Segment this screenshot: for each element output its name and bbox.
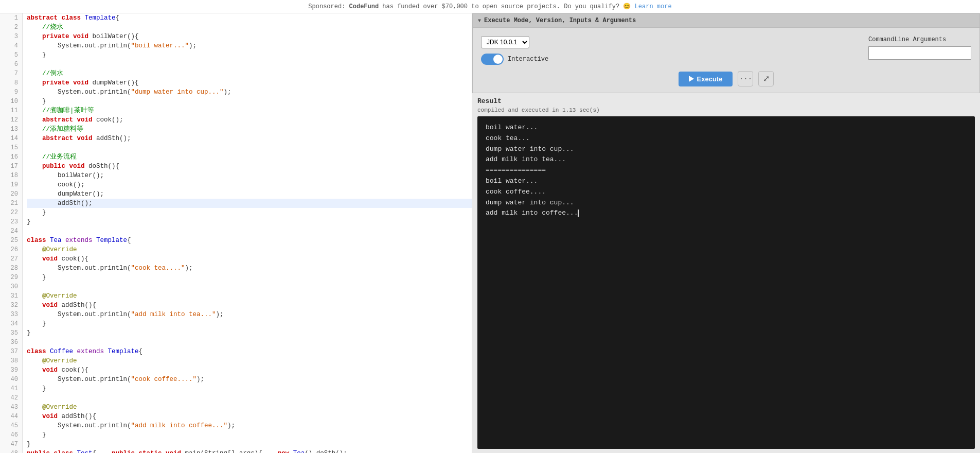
line-number: 29 (0, 273, 22, 282)
code-line: class Tea extends Template{ (27, 236, 472, 245)
exec-right: CommandLine Arguments (868, 34, 971, 60)
code-line: cook(); (27, 180, 472, 189)
line-number: 37 (0, 347, 22, 356)
jdk-select[interactable]: JDK 10.0.1 (481, 36, 529, 48)
code-line: } (27, 440, 472, 449)
code-line: //烧水 (27, 23, 472, 32)
line-number: 21 (0, 199, 22, 208)
line-number: 25 (0, 236, 22, 245)
line-number: 38 (0, 356, 22, 365)
code-line: System.out.println("dump water into cup.… (27, 88, 472, 97)
code-line: } (27, 208, 472, 217)
line-number: 12 (0, 115, 22, 125)
code-line: } (27, 328, 472, 338)
code-line: public class Test{ public static void ma… (27, 449, 472, 453)
line-number: 42 (0, 393, 22, 403)
code-line: public void doSth(){ (27, 162, 472, 171)
code-line: System.out.println("add milk into coffee… (27, 421, 472, 430)
code-line: System.out.println("cook coffee...."); (27, 375, 472, 384)
interactive-label: Interactive (508, 56, 548, 63)
exec-top-row: JDK 10.0.1 Interactive CommandLine Argum… (481, 34, 971, 65)
collapse-arrow-icon: ▼ (478, 18, 481, 24)
code-line: //业务流程 (27, 152, 472, 162)
interactive-toggle-container[interactable]: Interactive (481, 54, 548, 65)
interactive-toggle[interactable] (481, 54, 504, 65)
line-number: 31 (0, 291, 22, 301)
line-number: 33 (0, 310, 22, 319)
code-line: abstract void cook(); (27, 115, 472, 125)
line-number: 18 (0, 171, 22, 180)
code-line: @Override (27, 291, 472, 301)
more-options-button[interactable]: ··· (738, 71, 753, 86)
execute-header[interactable]: ▼ Execute Mode, Version, Inputs & Argume… (473, 14, 979, 28)
line-number: 47 (0, 440, 22, 449)
code-line: void addSth(){ (27, 301, 472, 310)
output-line: cook tea... (486, 133, 967, 144)
code-line: System.out.println("cook tea...."); (27, 264, 472, 273)
line-number: 17 (0, 162, 22, 171)
line-number: 28 (0, 264, 22, 273)
line-number: 3 (0, 32, 22, 41)
code-line (27, 226, 472, 236)
code-line (27, 282, 472, 291)
line-number: 41 (0, 384, 22, 393)
learn-more-link[interactable]: Learn more (635, 3, 672, 10)
code-line: class Coffee extends Template{ (27, 347, 472, 356)
exec-left: JDK 10.0.1 Interactive (481, 34, 548, 65)
result-label: Result (477, 97, 975, 105)
line-number: 27 (0, 254, 22, 264)
cursor (578, 210, 579, 217)
code-area: 1234567891011121314151617181920212223242… (0, 13, 472, 453)
code-line: boilWater(); (27, 171, 472, 180)
line-number: 26 (0, 245, 22, 254)
line-number: 11 (0, 106, 22, 115)
line-number: 34 (0, 319, 22, 328)
expand-button[interactable]: ⤢ (758, 71, 774, 86)
output-line: boil water... (486, 176, 967, 187)
exec-bottom: Execute ··· ⤢ (481, 71, 971, 86)
output-line: dump water into cup... (486, 144, 967, 155)
code-line: dumpWater(); (27, 189, 472, 199)
right-panel: ▼ Execute Mode, Version, Inputs & Argume… (472, 13, 980, 453)
code-line: @Override (27, 356, 472, 365)
code-line: abstract void addSth(); (27, 134, 472, 143)
output-line: add milk into coffee... (486, 208, 967, 219)
execute-button[interactable]: Execute (679, 72, 733, 86)
jdk-select-wrapper[interactable]: JDK 10.0.1 (481, 36, 548, 48)
line-number: 5 (0, 50, 22, 60)
code-content[interactable]: abstract class Template{ //烧水 private vo… (23, 13, 472, 453)
code-line: } (27, 430, 472, 440)
code-line: } (27, 217, 472, 226)
line-number: 4 (0, 41, 22, 50)
execute-header-title: Execute Mode, Version, Inputs & Argument… (484, 17, 636, 24)
line-number: 45 (0, 421, 22, 430)
editor-panel[interactable]: 1234567891011121314151617181920212223242… (0, 13, 472, 453)
line-number: 23 (0, 217, 22, 226)
code-line: void cook(){ (27, 254, 472, 264)
line-number: 6 (0, 60, 22, 69)
line-number: 19 (0, 180, 22, 189)
line-number: 16 (0, 152, 22, 162)
code-line (27, 60, 472, 69)
output-line: cook coffee.... (486, 187, 967, 198)
code-line: } (27, 50, 472, 60)
play-icon (689, 76, 694, 82)
result-status: compiled and executed in 1.13 sec(s) (477, 107, 975, 113)
main-container: 1234567891011121314151617181920212223242… (0, 13, 980, 453)
banner-text: Sponsored: CodeFund has funded over $70,… (308, 3, 671, 10)
line-number: 10 (0, 97, 22, 106)
code-line (27, 143, 472, 152)
code-line: abstract class Template{ (27, 13, 472, 23)
line-number: 8 (0, 78, 22, 88)
code-line: //煮咖啡|茶叶等 (27, 106, 472, 115)
result-output[interactable]: boil water...cook tea...dump water into … (477, 116, 975, 449)
line-number: 13 (0, 125, 22, 134)
line-numbers: 1234567891011121314151617181920212223242… (0, 13, 23, 453)
line-number: 36 (0, 338, 22, 347)
line-number: 20 (0, 189, 22, 199)
cmdline-input[interactable] (868, 46, 971, 60)
code-line: } (27, 319, 472, 328)
execute-body: JDK 10.0.1 Interactive CommandLine Argum… (473, 28, 979, 93)
line-number: 2 (0, 23, 22, 32)
line-number: 1 (0, 13, 22, 23)
